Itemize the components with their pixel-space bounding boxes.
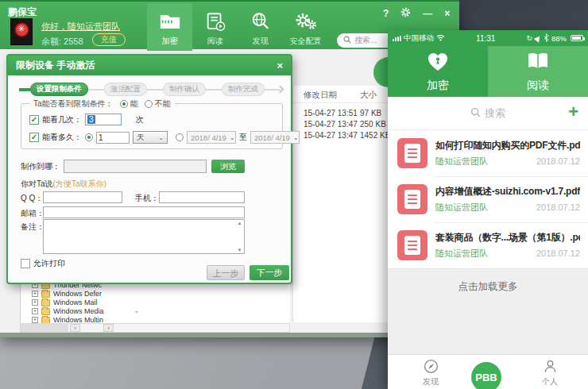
- date-conjunction: 至: [239, 132, 247, 143]
- date-end-select[interactable]: 2018/ 4/19⌄: [250, 131, 300, 144]
- nav-label: 发现: [423, 376, 439, 387]
- radio-selected-icon[interactable]: [120, 100, 128, 108]
- clock-label: 11:31: [447, 34, 524, 43]
- visibility-question: Ta能否看到限制条件：: [33, 98, 114, 110]
- step-set-restrictions: 设置限制条件: [30, 83, 88, 96]
- tree-item-label: Windows Multin: [53, 316, 103, 323]
- checkbox-unchecked-icon[interactable]: ✓: [21, 259, 30, 268]
- account-link[interactable]: 你好，随知运营团队: [41, 21, 120, 33]
- settings-gear-icon[interactable]: [400, 7, 411, 20]
- load-more-button[interactable]: 点击加载更多: [388, 268, 588, 354]
- tab-discover[interactable]: 发现: [238, 3, 283, 51]
- scroll-up-icon[interactable]: ▲: [236, 221, 243, 225]
- carrier-label: 中国移动: [404, 33, 434, 44]
- radio-selected-icon[interactable]: [85, 133, 93, 141]
- dialog-title: 限制设备 手动激活: [16, 59, 277, 72]
- file-date: 15-04-27 13:47: [304, 131, 358, 140]
- column-modified-date[interactable]: 修改日期: [304, 90, 337, 101]
- location-icon: [534, 34, 543, 42]
- radio-icon[interactable]: [176, 133, 184, 141]
- chevron-down-icon: ⌄: [230, 134, 235, 141]
- close-button[interactable]: ×: [444, 8, 450, 19]
- duration-unit-select[interactable]: 天⌄: [133, 131, 168, 144]
- allow-print-row[interactable]: ✓ 允许打印: [21, 258, 65, 269]
- mobile-search-bar[interactable]: 搜索 +: [388, 97, 588, 130]
- times-value: 3: [87, 115, 95, 124]
- scroll-right-icon[interactable]: ›: [70, 324, 80, 332]
- list-item[interactable]: 套装商品（数字...场景（第1版）.pdf 随知运营团队 2018.07.12: [388, 222, 588, 268]
- duration-input[interactable]: 1: [96, 132, 130, 144]
- nav-discover[interactable]: 发现: [423, 359, 439, 387]
- email-input[interactable]: [43, 206, 245, 218]
- expand-icon[interactable]: +: [32, 317, 38, 323]
- radio-cannot-see[interactable]: 不能: [145, 98, 171, 110]
- tree-item[interactable]: + Windows Defer: [32, 290, 102, 298]
- tab-encrypt[interactable]: 加密: [147, 3, 192, 51]
- folder-lock-icon: [158, 11, 182, 33]
- browse-button[interactable]: 浏览: [211, 160, 245, 173]
- horizontal-scrollbar[interactable]: › ‹: [20, 323, 290, 333]
- phone-input[interactable]: [159, 191, 245, 203]
- duration-value: 1: [99, 133, 103, 142]
- note-textarea[interactable]: ▲ ▼: [43, 219, 245, 254]
- list-item[interactable]: 如何打印随知内购买的PDF文件.pdf 随知运营团队 2018.07.12: [388, 130, 588, 176]
- file-title: 内容增值概述-suizhi.com-v1.7.pdf: [435, 185, 580, 198]
- expand-icon[interactable]: +: [32, 291, 38, 297]
- globe-search-icon: [250, 11, 272, 33]
- prev-step-button[interactable]: 上一步: [207, 265, 245, 280]
- qq-input[interactable]: [43, 191, 122, 203]
- checkbox-checked-icon[interactable]: ✓: [29, 133, 39, 142]
- scroll-left-icon[interactable]: ‹: [103, 324, 114, 332]
- folder-icon: [41, 291, 50, 298]
- tab-read[interactable]: 阅读: [488, 46, 588, 97]
- times-input[interactable]: 3: [85, 114, 122, 125]
- times-label: 能看几次：: [42, 114, 82, 125]
- say-hint: (方便Ta联系你): [53, 179, 106, 190]
- column-size[interactable]: 大小: [360, 90, 377, 101]
- tab-label: 安全配置: [290, 36, 322, 47]
- scroll-down-icon[interactable]: ▼: [236, 248, 243, 252]
- mobile-app-screen: 中国移动 11:31 ↻ 88% 加密: [388, 30, 588, 389]
- select-value: 2018/ 4/19: [254, 133, 290, 142]
- tab-read[interactable]: 阅读: [192, 3, 238, 51]
- minimize-button[interactable]: —: [423, 8, 432, 19]
- tree-item[interactable]: + Windows Mail: [32, 298, 98, 306]
- help-button[interactable]: ?: [383, 8, 389, 19]
- book-icon: [204, 11, 226, 33]
- list-item[interactable]: 内容增值概述-suizhi.com-v1.7.pdf 随知运营团队 2018.0…: [388, 176, 588, 222]
- tab-label: 阅读: [527, 79, 549, 93]
- folder-icon: [41, 308, 50, 315]
- output-path-input[interactable]: [64, 160, 207, 173]
- tab-security-config[interactable]: 安全配置: [283, 3, 328, 51]
- expand-icon[interactable]: +: [32, 308, 38, 314]
- signal-icon: [393, 36, 401, 41]
- radio-can-see[interactable]: 能: [120, 98, 138, 110]
- folder-icon: [41, 317, 50, 324]
- file-date: 2018.07.12: [536, 202, 580, 212]
- expand-icon[interactable]: +: [32, 299, 38, 306]
- pdf-document-icon: [397, 184, 427, 214]
- search-field[interactable]: 搜索: [470, 106, 505, 121]
- date-start-select[interactable]: 2018/ 4/19⌄: [187, 131, 236, 144]
- checkbox-checked-icon[interactable]: ✓: [29, 115, 39, 125]
- step-confirm: 制作确认: [163, 83, 206, 96]
- close-icon[interactable]: ×: [277, 60, 283, 71]
- avatar[interactable]: [10, 18, 33, 45]
- heart-lock-icon: [426, 50, 450, 75]
- add-button[interactable]: +: [568, 102, 578, 122]
- battery-percent-label: 88%: [551, 34, 567, 43]
- note-label: 备注：: [21, 221, 44, 233]
- wizard-steps: 设置限制条件 激活配置 制作确认 制作完成: [19, 83, 283, 96]
- pbb-home-button[interactable]: PBB: [471, 362, 501, 389]
- gears-icon: [294, 11, 318, 33]
- next-step-button[interactable]: 下一步: [250, 265, 289, 280]
- tree-item[interactable]: + Windows Media: [32, 307, 104, 315]
- radio-icon[interactable]: [145, 100, 153, 108]
- tab-encrypt[interactable]: 加密: [388, 46, 488, 97]
- file-owner: 随知运营团队: [435, 156, 488, 168]
- tree-item[interactable]: + Windows Multin: [32, 316, 103, 323]
- recharge-button[interactable]: 充值: [92, 33, 126, 46]
- scrollbar-thumb[interactable]: [21, 324, 68, 332]
- nav-profile[interactable]: 个人: [542, 359, 558, 387]
- scroll-down-icon[interactable]: ⌄: [133, 306, 140, 314]
